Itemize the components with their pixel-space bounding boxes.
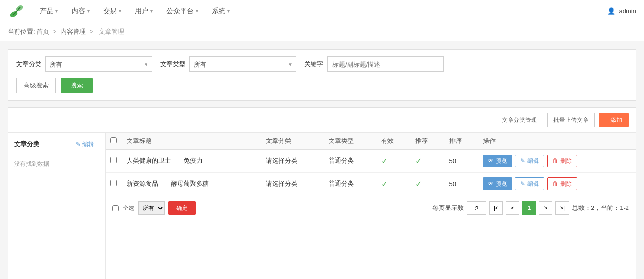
th-type: 文章类型 (324, 133, 377, 150)
edit-button-1[interactable]: ✎ 编辑 (515, 155, 544, 167)
logo (8, 2, 25, 20)
eye-icon: 👁 (488, 157, 494, 164)
per-page-label: 每页显示数 (432, 204, 464, 212)
td-recommend-2: ✓ (410, 173, 444, 195)
chevron-down-icon: ▾ (87, 8, 90, 14)
category-select[interactable]: 所有 (45, 56, 152, 72)
keyword-label: 关键字 (304, 60, 323, 69)
edit-button-2[interactable]: ✎ 编辑 (515, 177, 544, 190)
td-action-2: 👁 预览 ✎ 编辑 🗑 删除 (478, 173, 636, 195)
th-title: 文章标题 (122, 133, 261, 150)
delete-button-1[interactable]: 🗑 删除 (547, 155, 577, 167)
td-sort-2: 50 (444, 173, 478, 195)
category-panel-title: 文章分类 (14, 140, 39, 149)
td-type-2: 普通分类 (324, 173, 377, 195)
pagination-bar: 全选 所有 确定 每页显示数 |< < 1 > >| 总数 (106, 195, 636, 221)
next-page-button[interactable]: > (539, 201, 552, 215)
edit-icon: ✎ (520, 157, 525, 164)
category-manage-button[interactable]: 文章分类管理 (496, 113, 543, 127)
type-select[interactable]: 所有 (189, 56, 296, 72)
trash-icon: 🗑 (552, 180, 558, 187)
search-bar: 文章分类 所有 文章类型 所有 关键字 (8, 49, 636, 101)
td-title-2: 新资源食品——酵母葡聚多糖 (122, 173, 261, 195)
chevron-down-icon: ▾ (119, 8, 121, 14)
td-valid-2: ✓ (376, 173, 410, 195)
table-row: 新资源食品——酵母葡聚多糖 请选择分类 普通分类 ✓ ✓ 50 👁 预览 ✎ 编… (106, 173, 636, 195)
action-buttons-2: 👁 预览 ✎ 编辑 🗑 删除 (483, 177, 631, 190)
pagination-right: 每页显示数 |< < 1 > >| 总数：2，当前：1-2 (432, 201, 629, 215)
td-category-1: 请选择分类 (261, 150, 324, 173)
row-checkbox-2[interactable] (110, 180, 117, 186)
advanced-search-button[interactable]: 高级搜索 (16, 78, 56, 93)
search-row2: 高级搜索 搜索 (16, 78, 628, 93)
category-panel: 文章分类 ✎ 编辑 没有找到数据 (8, 133, 106, 279)
row-checkbox-1[interactable] (110, 157, 117, 163)
breadcrumb-sep2: > (90, 28, 95, 35)
edit-icon: ✎ (520, 180, 525, 187)
eye-icon: 👁 (488, 180, 494, 187)
keyword-input[interactable] (327, 56, 444, 72)
main-nav: 产品 ▾ 内容 ▾ 交易 ▾ 用户 ▾ 公众平台 ▾ 系统 ▾ (33, 0, 237, 22)
table-area: 文章分类管理 批量上传文章 + 添加 文章分类 ✎ 编辑 没有找到数据 (8, 107, 636, 279)
main-content: 文章分类 所有 文章类型 所有 关键字 (0, 41, 644, 279)
first-page-button[interactable]: |< (489, 201, 503, 215)
current-page-button[interactable]: 1 (522, 201, 536, 215)
chevron-down-icon: ▾ (55, 8, 58, 14)
prev-page-button[interactable]: < (506, 201, 519, 215)
category-edit-button[interactable]: ✎ 编辑 (71, 139, 99, 150)
breadcrumb-sep: > (53, 28, 58, 35)
breadcrumb-current: 文章管理 (99, 28, 124, 35)
valid-check-icon-2: ✓ (381, 180, 387, 188)
chevron-down-icon: ▾ (227, 8, 230, 14)
table-header-row: 文章标题 文章分类 文章类型 有效 推荐 排序 操作 (106, 133, 636, 150)
type-select-wrap: 所有 (189, 56, 296, 72)
td-category-2: 请选择分类 (261, 173, 324, 195)
select-all-label: 全选 (123, 204, 134, 212)
page-total: 总数：2，当前：1-2 (572, 204, 629, 212)
table-content: 文章分类 ✎ 编辑 没有找到数据 文章标题 文章分类 文章类型 有效 (8, 133, 636, 279)
breadcrumb: 当前位置: 首页 > 内容管理 > 文章管理 (0, 22, 644, 41)
select-all-checkbox[interactable] (112, 205, 119, 211)
th-valid: 有效 (376, 133, 410, 150)
search-button[interactable]: 搜索 (61, 78, 93, 93)
th-category: 文章分类 (261, 133, 324, 150)
confirm-button[interactable]: 确定 (168, 201, 196, 215)
breadcrumb-content-manage[interactable]: 内容管理 (60, 28, 86, 35)
th-action: 操作 (478, 133, 636, 150)
nav-item-public[interactable]: 公众平台 ▾ (160, 0, 205, 22)
nav-item-products[interactable]: 产品 ▾ (33, 0, 65, 22)
add-button[interactable]: + 添加 (599, 113, 629, 127)
type-field: 文章类型 所有 (160, 56, 296, 72)
category-panel-header: 文章分类 ✎ 编辑 (14, 139, 99, 150)
admin-info: 👤 admin (607, 7, 636, 15)
delete-button-2[interactable]: 🗑 删除 (547, 177, 577, 190)
th-check (106, 133, 122, 150)
action-buttons-1: 👁 预览 ✎ 编辑 🗑 删除 (483, 155, 631, 167)
breadcrumb-home[interactable]: 首页 (37, 28, 49, 35)
valid-check-icon-1: ✓ (381, 157, 387, 165)
nav-item-users[interactable]: 用户 ▾ (128, 0, 160, 22)
th-sort: 排序 (444, 133, 478, 150)
keyword-field: 关键字 (304, 56, 444, 72)
td-valid-1: ✓ (376, 150, 410, 173)
td-check-1 (106, 150, 122, 173)
user-icon: 👤 (607, 7, 615, 15)
preview-button-2[interactable]: 👁 预览 (483, 177, 512, 190)
recommend-check-icon-1: ✓ (415, 157, 422, 165)
right-table: 文章标题 文章分类 文章类型 有效 推荐 排序 操作 人类健康的卫士——免疫力 (106, 133, 636, 279)
check-all-header[interactable] (110, 137, 117, 143)
td-sort-1: 50 (444, 150, 478, 173)
trash-icon: 🗑 (552, 157, 558, 164)
table-toolbar: 文章分类管理 批量上传文章 + 添加 (8, 108, 636, 133)
per-page-input[interactable] (467, 201, 486, 215)
batch-action-select[interactable]: 所有 (138, 201, 165, 215)
preview-button-1[interactable]: 👁 预览 (483, 155, 512, 167)
th-recommend: 推荐 (410, 133, 444, 150)
nav-item-system[interactable]: 系统 ▾ (205, 0, 237, 22)
pagination-left: 全选 所有 确定 (112, 201, 196, 215)
last-page-button[interactable]: >| (555, 201, 569, 215)
batch-upload-button[interactable]: 批量上传文章 (547, 113, 595, 127)
td-type-1: 普通分类 (324, 150, 377, 173)
nav-item-trade[interactable]: 交易 ▾ (96, 0, 128, 22)
nav-item-content[interactable]: 内容 ▾ (65, 0, 96, 22)
